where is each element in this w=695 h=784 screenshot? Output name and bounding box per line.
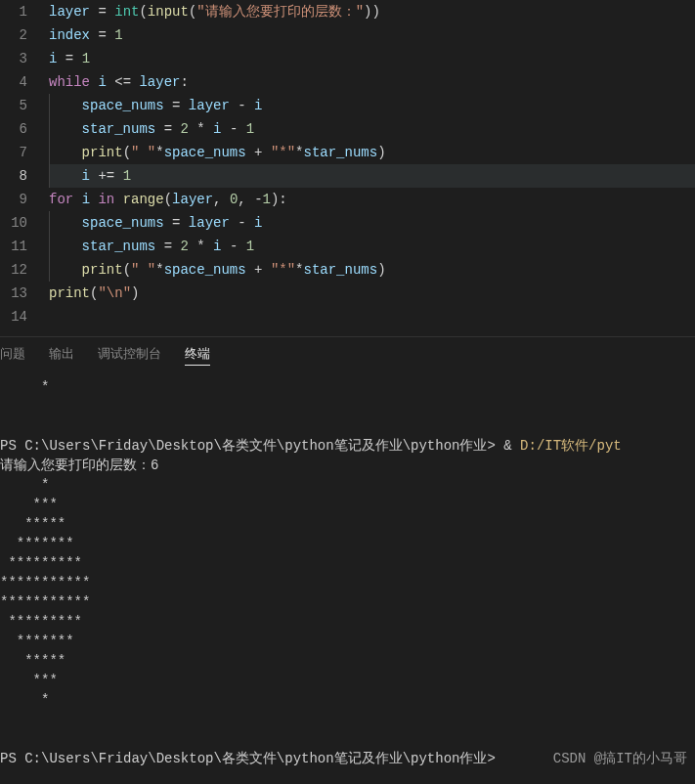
terminal-prompt: PS C:\Users\Friday\Desktop\各类文件\python笔记… [0,436,695,456]
line-number: 4 [0,70,27,94]
tab-problems[interactable]: 问题 [0,345,25,366]
code-line[interactable]: for i in range(layer, 0, -1): [49,188,695,211]
code-line[interactable]: star_nums = 2 * i - 1 [49,117,695,141]
line-number: 10 [0,211,27,235]
code-line[interactable]: i = 1 [49,47,695,70]
code-line[interactable]: print(" "*space_nums + "*"*star_nums) [49,141,695,164]
line-number: 9 [0,188,27,211]
line-number: 2 [0,23,27,47]
tab-debug-console[interactable]: 调试控制台 [98,345,161,366]
line-number: 13 [0,282,27,305]
code-line[interactable]: space_nums = layer - i [49,94,695,117]
line-number: 12 [0,258,27,282]
line-number: 11 [0,235,27,258]
code-line[interactable]: space_nums = layer - i [49,211,695,235]
terminal[interactable]: * PS C:\Users\Friday\Desktop\各类文件\python… [0,373,695,768]
code-editor[interactable]: 1234567891011121314 layer = int(input("请… [0,0,695,328]
terminal-prompt: PS C:\Users\Friday\Desktop\各类文件\python笔记… [0,749,695,768]
code-line[interactable] [49,305,695,328]
code-line[interactable]: layer = int(input("请输入您要打印的层数：")) [49,0,695,23]
line-number: 3 [0,47,27,70]
code-line[interactable]: index = 1 [49,23,695,47]
line-number: 5 [0,94,27,117]
line-number: 14 [0,305,27,328]
line-number: 8 [0,164,27,188]
tab-output[interactable]: 输出 [49,345,74,366]
code-line[interactable]: while i <= layer: [49,70,695,94]
code-area[interactable]: layer = int(input("请输入您要打印的层数："))index =… [39,0,695,328]
line-number: 1 [0,0,27,23]
code-line[interactable]: print(" "*space_nums + "*"*star_nums) [49,258,695,282]
panel-tabs: 问题 输出 调试控制台 终端 [0,336,695,373]
code-line[interactable]: print("\n") [49,282,695,305]
code-line[interactable]: star_nums = 2 * i - 1 [49,235,695,258]
line-number: 7 [0,141,27,164]
line-number-gutter: 1234567891011121314 [0,0,39,328]
watermark: CSDN @搞IT的小马哥 [553,749,687,768]
tab-terminal[interactable]: 终端 [185,345,210,366]
line-number: 6 [0,117,27,141]
code-line[interactable]: i += 1 [49,164,695,188]
